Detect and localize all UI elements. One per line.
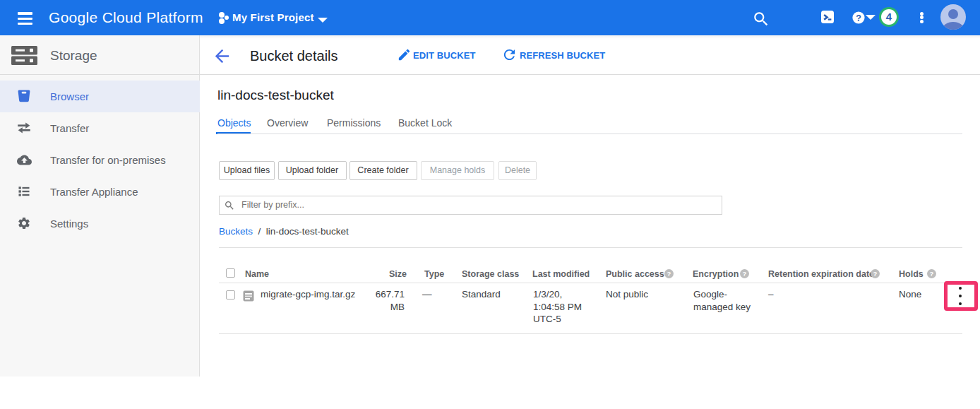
svg-text:?: ? bbox=[856, 13, 861, 23]
